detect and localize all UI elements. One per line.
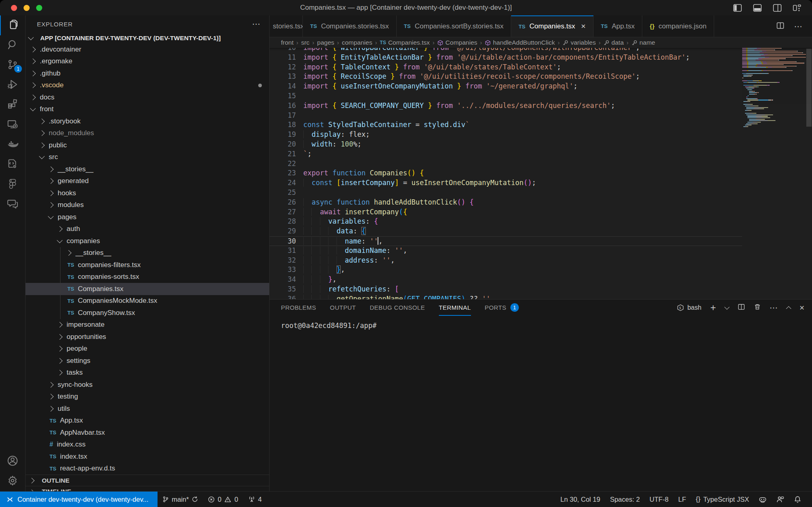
tree-item-front[interactable]: front (26, 104, 269, 116)
split-editor-icon[interactable] (776, 22, 784, 31)
tree-item-hooks[interactable]: hooks (26, 187, 269, 199)
tree-item-index.tsx[interactable]: TSindex.tsx (26, 451, 269, 463)
editor-more-actions-icon[interactable]: ⋯ (794, 22, 802, 31)
tree-item-companies-filters.tsx[interactable]: TScompanies-filters.tsx (26, 259, 269, 271)
activity-item-remote-explorer[interactable] (0, 115, 25, 135)
toggle-secondary-sidebar-icon[interactable] (773, 4, 782, 12)
code-line-10[interactable]: 10import { WithTopBarContainer } from '@… (270, 48, 742, 53)
code-line-31[interactable]: 31 domainName: '', (270, 246, 742, 256)
code-line-15[interactable]: 15 (270, 91, 742, 101)
tree-item-modules[interactable]: modules (26, 199, 269, 211)
breadcrumb-item-variables[interactable]: variables (562, 39, 596, 46)
tree-item---stories--[interactable]: __stories__ (26, 163, 269, 175)
tree-item-companyshow.tsx[interactable]: TSCompanyShow.tsx (26, 307, 269, 319)
activity-item-settings[interactable] (0, 471, 25, 491)
code-line-18[interactable]: 18const StyledTableContainer = styled.di… (270, 120, 742, 130)
feedback-status[interactable] (771, 492, 789, 507)
code-line-34[interactable]: 34 }, (270, 275, 742, 285)
activity-item-figma[interactable] (0, 175, 25, 194)
problems-status[interactable]: 0 0 (203, 492, 243, 507)
tab-companies.json[interactable]: {}companies.json (642, 15, 714, 37)
split-terminal-icon[interactable] (738, 303, 745, 312)
breadcrumb-item-front[interactable]: front (281, 39, 294, 46)
code-line-22[interactable]: 22 (270, 159, 742, 169)
breadcrumb-item-src[interactable]: src (301, 39, 310, 46)
tree-item-.github[interactable]: .github (26, 67, 269, 80)
code-editor[interactable]: 10import { WithTopBarContainer } from '@… (270, 48, 812, 299)
code-line-19[interactable]: 19 display: flex; (270, 130, 742, 140)
tab-stories.tsx[interactable]: stories.tsx (270, 15, 303, 37)
code-line-13[interactable]: 13import { RecoilScope } from '@/ui/util… (270, 72, 742, 82)
code-line-25[interactable]: 25 (270, 188, 742, 198)
code-line-27[interactable]: 27 await insertCompany({ (270, 207, 742, 217)
activity-item-docker[interactable] (0, 135, 25, 155)
chevron-down-icon[interactable] (724, 304, 730, 310)
tree-item-pages[interactable]: pages (26, 211, 269, 223)
breadcrumb-item-data[interactable]: data (603, 39, 624, 46)
minimap[interactable] (742, 48, 806, 299)
copilot-status[interactable] (754, 492, 771, 507)
code-line-16[interactable]: 16import { SEARCH_COMPANY_QUERY } from '… (270, 101, 742, 111)
tree-item-utils[interactable]: utils (26, 403, 269, 415)
breadcrumb-item-companies[interactable]: companies (342, 39, 372, 46)
tree-item-index.css[interactable]: #index.css (26, 439, 269, 451)
activity-item-accounts[interactable] (0, 451, 25, 471)
breadcrumb-item-name[interactable]: name (631, 39, 655, 46)
notifications-status[interactable] (789, 492, 806, 507)
panel-tab-problems[interactable]: PROBLEMS (281, 300, 316, 316)
new-terminal-icon[interactable]: + (710, 302, 716, 313)
tab-app.tsx[interactable]: TSApp.tsx (594, 15, 642, 37)
git-branch-status[interactable]: main* (158, 492, 203, 507)
code-line-30[interactable]: 30 name: '', (270, 236, 742, 246)
code-line-35[interactable]: 35 refetchQueries: [ (270, 285, 742, 294)
tree-item-companies-sorts.tsx[interactable]: TScompanies-sorts.tsx (26, 271, 269, 283)
panel-more-actions-icon[interactable]: ⋯ (770, 303, 778, 313)
tree-item-react-app-env.d.ts[interactable]: TSreact-app-env.d.ts (26, 463, 269, 475)
outline-section-header[interactable]: OUTLINE (26, 475, 269, 486)
tree-item-.storybook[interactable]: .storybook (26, 115, 269, 127)
tab-companies.stories.tsx[interactable]: TSCompanies.stories.tsx (303, 15, 397, 37)
code-line-17[interactable]: 17 (270, 111, 742, 121)
explorer-more-actions-icon[interactable]: ⋯ (252, 19, 261, 29)
activity-item-extensions[interactable] (0, 95, 25, 115)
toggle-panel-icon[interactable] (753, 4, 762, 12)
tree-item-testing[interactable]: testing (26, 391, 269, 403)
indentation-status[interactable]: Spaces: 2 (605, 492, 644, 507)
tree-item-.vscode[interactable]: .vscode (26, 80, 269, 92)
tree-item-tasks[interactable]: tasks (26, 367, 269, 379)
tree-item-public[interactable]: public (26, 139, 269, 151)
code-line-21[interactable]: 21`; (270, 149, 742, 159)
code-line-11[interactable]: 11import { EntityTableActionBar } from '… (270, 53, 742, 63)
breadcrumb-item-pages[interactable]: pages (317, 39, 334, 46)
code-line-14[interactable]: 14import { useInsertOneCompanyMutation }… (270, 82, 742, 91)
language-mode-status[interactable]: {} TypeScript JSX (691, 492, 754, 507)
tree-item-sync-hooks[interactable]: sync-hooks (26, 379, 269, 391)
code-line-20[interactable]: 20 width: 100%; (270, 140, 742, 149)
code-line-12[interactable]: 12import { TableContext } from '@/ui/tab… (270, 63, 742, 72)
activity-item-graphql[interactable] (0, 155, 25, 175)
customize-layout-icon[interactable] (793, 4, 801, 12)
remote-indicator[interactable]: Container dev-twenty-dev (dev-twenty-dev… (0, 492, 158, 507)
eol-status[interactable]: LF (674, 492, 691, 507)
tree-item-opportunities[interactable]: opportunities (26, 331, 269, 343)
tree-item-.devcontainer[interactable]: .devcontainer (26, 43, 269, 56)
editor-scrollbar[interactable] (806, 48, 812, 299)
kill-terminal-icon[interactable] (754, 303, 761, 312)
panel-tab-ports[interactable]: PORTS1 (485, 300, 519, 316)
code-line-33[interactable]: 33 }, (270, 265, 742, 275)
tree-item---stories--[interactable]: __stories__ (26, 247, 269, 259)
activity-item-source-control[interactable]: 1 (0, 55, 25, 75)
tree-item-appnavbar.tsx[interactable]: TSAppNavbar.tsx (26, 427, 269, 439)
tree-item-companies[interactable]: companies (26, 235, 269, 247)
tree-item-generated[interactable]: generated (26, 175, 269, 188)
code-line-24[interactable]: 24 const [insertCompany] = useInsertOneC… (270, 178, 742, 188)
activity-item-comments[interactable] (0, 194, 25, 214)
tree-item-app.tsx[interactable]: TSApp.tsx (26, 415, 269, 427)
tree-item-companiesmockmode.tsx[interactable]: TSCompaniesMockMode.tsx (26, 295, 269, 307)
code-line-36[interactable]: 36 getOperationName(GET_COMPANIES) ?? ''… (270, 294, 742, 299)
panel-tab-terminal[interactable]: TERMINAL (439, 300, 471, 316)
tab-companies.tsx[interactable]: TSCompanies.tsx✕ (511, 15, 594, 37)
terminal-output[interactable]: root@0a42ecd84891:/app# (270, 316, 812, 491)
tree-item-.ergomake[interactable]: .ergomake (26, 56, 269, 68)
workspace-section-header[interactable]: APP [CONTAINER DEV-TWENTY-DEV (DEV-TWENT… (26, 32, 269, 43)
